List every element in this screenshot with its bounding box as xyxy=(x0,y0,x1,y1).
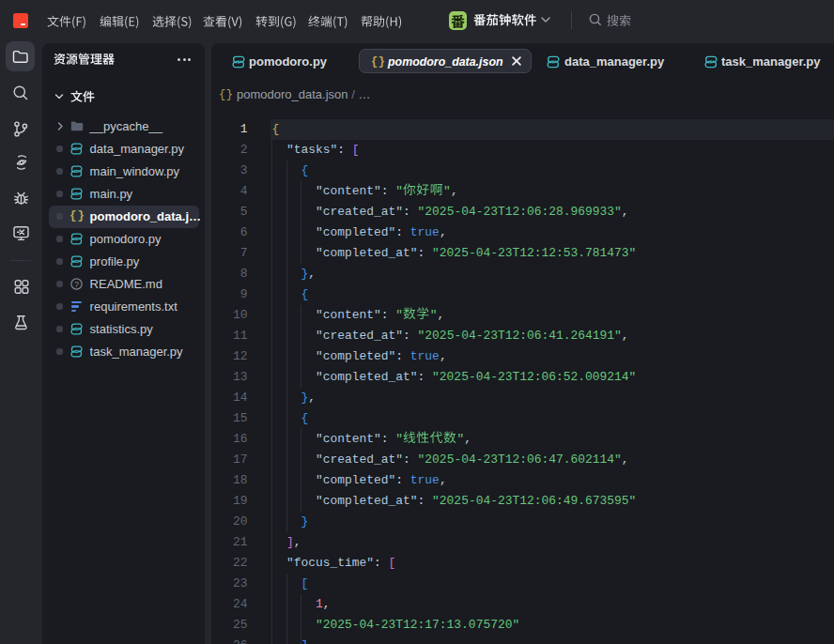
svg-text:?: ? xyxy=(74,280,79,289)
